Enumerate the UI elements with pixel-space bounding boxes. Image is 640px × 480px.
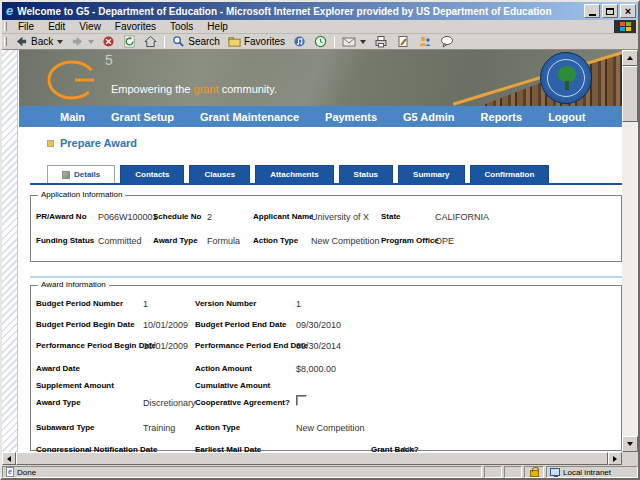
tab-status[interactable]: Status [339,165,393,183]
scroll-right-button[interactable] [608,452,622,465]
nav-g5-admin[interactable]: G5 Admin [390,111,468,123]
messenger-icon [418,35,432,48]
tab-details-icon [62,171,70,179]
menu-file[interactable]: File [11,21,41,32]
application-information-groupbox: Application Information PR/Award No P066… [30,195,622,262]
tab-attachments[interactable]: Attachments [255,165,333,183]
field-value: 1 [143,299,148,309]
stop-button[interactable] [98,34,119,49]
app-info-row: Funding Status Committed Award Type Form… [31,236,621,247]
tab-clauses[interactable]: Clauses [189,165,250,183]
scroll-down-button[interactable] [622,436,638,452]
tagline-grant-highlight: grant [194,83,219,95]
scroll-up-button[interactable] [622,50,638,66]
field-value: Formula [207,236,240,246]
forward-icon [71,35,84,48]
vertical-scrollbar[interactable] [622,50,638,452]
home-button[interactable] [140,34,161,49]
groupbox-legend: Application Information [38,190,125,199]
page-title: Prepare Award [47,137,137,149]
windows-logo-icon [614,20,636,33]
mail-button[interactable] [338,34,370,49]
menu-grip[interactable] [4,22,7,31]
minimize-button[interactable] [584,4,600,18]
nav-grant-setup[interactable]: Grant Setup [98,111,187,123]
field-label: Version Number [195,299,256,308]
menu-view[interactable]: View [72,21,108,32]
forward-dropdown-icon[interactable] [88,40,94,44]
page-left-margin [2,50,18,452]
tab-contacts[interactable]: Contacts [120,165,184,183]
intranet-zone-icon [550,468,560,476]
field-label: Funding Status [36,236,94,245]
banner-texture [199,50,459,106]
back-button[interactable]: Back [11,34,67,49]
status-pane-empty [484,466,502,478]
media-button[interactable] [289,34,310,49]
banner-tagline: Empowering the grant community. [111,83,277,95]
field-label: Budget Period Number [36,299,123,308]
cooperative-agreement-checkbox[interactable] [296,395,307,406]
main-nav: Main Grant Setup Grant Maintenance Payme… [19,106,622,127]
field-label: Budget Period End Date [195,320,287,329]
restore-button[interactable] [602,4,618,18]
award-info-row: Supplement Amount Cumulative Amount [31,381,621,392]
ie-app-icon: e [6,4,13,17]
search-label: Search [188,36,220,47]
back-label: Back [31,36,53,47]
field-label: Performance Period End Date [195,341,308,350]
toolbar-grip[interactable] [4,37,7,46]
tab-confirmation[interactable]: Confirmation [470,165,550,183]
horizontal-scroll-thumb[interactable] [16,452,608,465]
horizontal-scrollbar[interactable] [2,452,622,465]
nav-payments[interactable]: Payments [312,111,390,123]
menu-help[interactable]: Help [200,21,235,32]
field-label: Cumulative Amount [195,381,270,390]
tab-details[interactable]: Details [47,165,115,183]
browser-window: e Welcome to G5 - Department of Educatio… [0,0,640,480]
search-icon [172,35,185,48]
field-label: Subaward Type [36,423,95,432]
field-label: Budget Period Begin Date [36,320,135,329]
scrollbar-corner [622,452,638,465]
messenger-button[interactable] [414,34,436,49]
scroll-left-button[interactable] [2,452,16,465]
print-icon [374,35,388,48]
bullet-icon [47,140,54,147]
mail-icon [342,35,356,48]
vertical-scroll-thumb[interactable] [622,66,638,122]
tab-strip: Details Contacts Clauses Attachments Sta… [47,165,549,183]
arrow-up-icon [627,56,633,60]
print-button[interactable] [370,34,392,49]
field-value: 09/30/2010 [296,320,341,330]
mail-dropdown-icon[interactable] [360,40,366,44]
back-dropdown-icon[interactable] [57,40,63,44]
favorites-icon [228,35,241,48]
close-button[interactable]: × [620,4,636,18]
history-button[interactable] [310,34,331,49]
nav-reports[interactable]: Reports [468,111,536,123]
g5-logo-icon [44,55,104,103]
menu-edit[interactable]: Edit [41,21,72,32]
award-info-row: Subaward Type Training Action Type New C… [31,423,621,434]
nav-grant-maintenance[interactable]: Grant Maintenance [187,111,312,123]
nav-main[interactable]: Main [47,111,98,123]
nav-logout[interactable]: Logout [535,111,598,123]
field-label: Award Date [36,364,80,373]
menu-tools[interactable]: Tools [163,21,200,32]
edit-button[interactable] [392,34,414,49]
home-icon [144,35,157,48]
page-area: 5 Empowering the grant community. Main G… [2,50,622,452]
forward-button[interactable] [67,34,98,49]
tab-summary[interactable]: Summary [398,165,464,183]
edit-icon [396,35,410,48]
field-label: Action Type [253,236,298,245]
discuss-button[interactable] [436,34,458,49]
history-icon [314,35,327,48]
award-info-row: Award Type Discretionary Cooperative Agr… [31,398,621,409]
menu-favorites[interactable]: Favorites [108,21,163,32]
refresh-button[interactable] [119,34,140,49]
search-button[interactable]: Search [168,34,224,49]
vertical-scroll-track[interactable] [622,122,638,436]
favorites-button[interactable]: Favorites [224,34,289,49]
